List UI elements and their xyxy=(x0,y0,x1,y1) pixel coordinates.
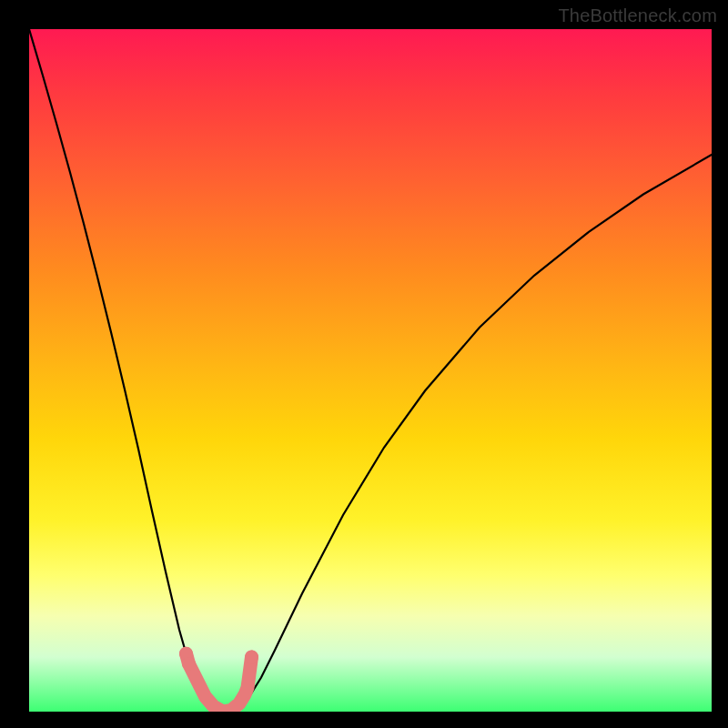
bead-path xyxy=(187,653,252,712)
bottleneck-curve xyxy=(29,29,712,712)
bead-dot xyxy=(182,657,196,671)
chart-frame: TheBottleneck.com xyxy=(0,0,728,728)
chart-svg xyxy=(29,29,712,712)
bead-markers xyxy=(179,647,258,712)
bead-dot xyxy=(245,651,258,664)
plot-area xyxy=(29,29,712,712)
watermark-text: TheBottleneck.com xyxy=(558,5,717,26)
